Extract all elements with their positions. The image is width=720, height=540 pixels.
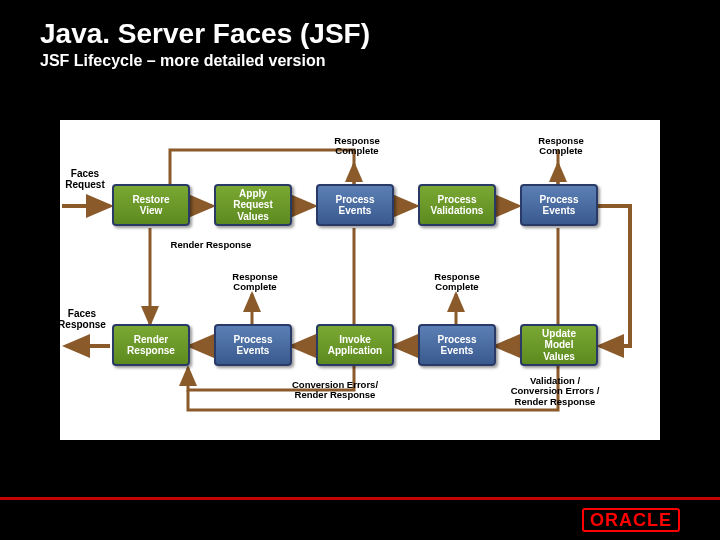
phase-apply-request: Apply Request Values [214, 184, 292, 226]
phase-render-response: Render Response [112, 324, 190, 366]
phase-process-events-b2: Process Events [418, 324, 496, 366]
annot-render-response: Render Response [156, 240, 266, 250]
brand-bar: ORACLE [0, 500, 720, 540]
faces-response-label: Faces Response [54, 308, 110, 330]
annot-response-complete-b2: Response Complete [422, 272, 492, 293]
phase-process-validations: Process Validations [418, 184, 496, 226]
slide-header: Java. Server Faces (JSF) JSF Lifecycle –… [40, 18, 370, 70]
phase-label: Process Events [336, 194, 375, 217]
phase-process-events-t1: Process Events [316, 184, 394, 226]
phase-label: Restore View [132, 194, 169, 217]
slide-subtitle: JSF Lifecycle – more detailed version [40, 52, 370, 70]
phase-restore-view: Restore View [112, 184, 190, 226]
phase-label: Process Events [438, 334, 477, 357]
phase-label: Process Validations [431, 194, 484, 217]
phase-label: Apply Request Values [233, 188, 272, 223]
annot-validation-errors: Validation / Conversion Errors / Render … [480, 376, 630, 407]
phase-label: Render Response [127, 334, 175, 357]
phase-label: Update Model Values [542, 328, 576, 363]
phase-process-events-t2: Process Events [520, 184, 598, 226]
phase-invoke-application: Invoke Application [316, 324, 394, 366]
slide-title: Java. Server Faces (JSF) [40, 18, 370, 50]
annot-conversion-errors: Conversion Errors/ Render Response [260, 380, 410, 401]
phase-label: Invoke Application [328, 334, 382, 357]
annot-response-complete-t2: Response Complete [526, 136, 596, 157]
phase-update-model: Update Model Values [520, 324, 598, 366]
footer: ORACLE [0, 497, 720, 540]
annot-response-complete-t1: Response Complete [322, 136, 392, 157]
faces-request-label: Faces Request [62, 168, 108, 190]
lifecycle-diagram: Faces Request Faces Response Restore Vie… [60, 120, 660, 440]
phase-process-events-b1: Process Events [214, 324, 292, 366]
phase-label: Process Events [540, 194, 579, 217]
annot-response-complete-b1: Response Complete [220, 272, 290, 293]
oracle-logo: ORACLE [582, 508, 680, 532]
phase-label: Process Events [234, 334, 273, 357]
